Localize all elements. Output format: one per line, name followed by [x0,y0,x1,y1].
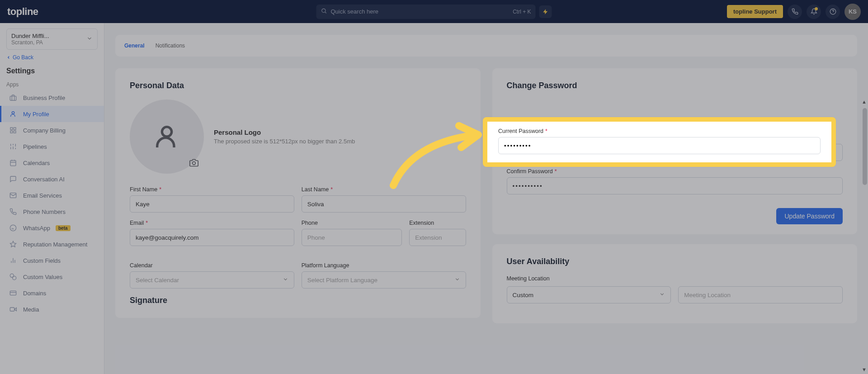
chevron-down-icon [86,35,93,43]
sidebar-item-conversation-ai[interactable]: Conversation AI [0,171,104,187]
extension-input[interactable] [409,229,466,246]
go-back-link[interactable]: Go Back [6,54,98,61]
global-search[interactable]: Quick search here Ctrl + K [316,5,536,19]
notifications-button[interactable] [807,5,821,19]
svg-marker-22 [10,241,16,247]
camera-icon[interactable] [189,158,198,169]
personal-logo-hint: The proposed size is 512*512px no bigger… [214,138,355,145]
sidebar-item-custom-values[interactable]: Custom Values [0,269,104,285]
notification-dot-icon [815,7,818,10]
org-selector[interactable]: Dunder Miffli... Scranton, PA [6,28,98,50]
sidebar-item-email-services[interactable]: Email Services [0,187,104,204]
svg-point-0 [322,9,326,12]
last-name-label: Last Name* [302,186,466,193]
sidebar-item-calendars[interactable]: Calendars [0,155,104,171]
app-logo: topline [7,6,38,18]
chat-icon [9,175,18,183]
user-avatar[interactable]: KS [844,4,861,20]
sidebar-item-label: Business Profile [23,95,65,101]
star-icon [9,241,18,248]
svg-rect-30 [10,308,14,311]
svg-rect-6 [10,128,13,130]
svg-rect-7 [14,128,16,130]
sidebar-item-whatsapp[interactable]: WhatsAppbeta [0,220,104,236]
sidebar-item-media[interactable]: Media [0,301,104,317]
personal-logo-avatar[interactable] [130,99,204,174]
chevron-down-icon [283,276,288,284]
svg-rect-28 [10,291,16,295]
search-icon [321,8,327,15]
sidebar-item-my-profile[interactable]: My Profile [0,106,104,122]
scroll-down-icon[interactable]: ▼ [862,367,868,373]
sidebar-item-label: Pipelines [23,143,47,150]
org-location: Scranton, PA [11,39,49,46]
calendar-select[interactable]: Select Calendar [130,271,294,289]
phone-input[interactable] [302,229,402,246]
tab-general[interactable]: General [124,40,145,52]
sidebar-item-label: Company Billing [23,127,66,134]
sidebar-item-label: My Profile [23,111,49,118]
chevron-down-icon [659,291,665,298]
meeting-location-label: Meeting Location [507,275,843,282]
video-icon [9,306,18,313]
chart-icon [9,257,18,264]
support-button[interactable]: topline Support [727,5,783,18]
search-placeholder: Quick search here [331,8,379,15]
scrollbar-thumb[interactable] [863,108,867,185]
svg-point-21 [10,225,16,231]
current-password-label: Current Password* [498,128,821,134]
calendar-icon [9,159,18,166]
sidebar-item-reputation-management[interactable]: Reputation Management [0,236,104,252]
sidebar-item-label: Custom Fields [23,257,61,264]
current-password-input[interactable] [498,137,821,154]
scroll-up-icon[interactable]: ▲ [862,99,868,105]
sidebar-item-pipelines[interactable]: Pipelines [0,138,104,155]
sidebar-item-label: WhatsApp [23,225,50,232]
email-label: Email* [130,220,294,226]
email-input[interactable] [130,229,294,246]
phone-icon [9,208,18,215]
svg-marker-31 [14,308,17,311]
sidebar-item-business-profile[interactable]: Business Profile [0,90,104,106]
svg-line-1 [325,12,326,14]
settings-heading: Settings [0,67,104,80]
bolt-button[interactable] [539,5,552,18]
sidebar-item-label: Phone Numbers [23,208,66,215]
card-icon [9,289,18,297]
tab-notifications[interactable]: Notifications [156,40,185,52]
sidebar-item-company-billing[interactable]: Company Billing [0,122,104,138]
meeting-location-input[interactable] [678,286,843,303]
sidebar-item-label: Custom Values [23,274,62,280]
meeting-location-type-select[interactable]: Custom [507,286,671,303]
phone-label: Phone [302,220,402,226]
svg-point-33 [193,162,196,165]
extension-label: Extension [409,220,466,226]
update-password-button[interactable]: Update Password [776,208,843,224]
phone-button[interactable] [788,5,802,19]
svg-point-27 [13,276,16,280]
annotation-highlight: Current Password* [483,117,836,167]
coins-icon [9,273,18,280]
sidebar-item-label: Calendars [23,160,50,166]
first-name-input[interactable] [130,195,294,213]
sidebar-item-label: Email Services [23,192,62,199]
briefcase-icon [9,94,18,101]
help-button[interactable] [826,5,840,19]
svg-point-5 [12,112,14,114]
svg-rect-16 [10,161,16,166]
user-icon [152,122,181,151]
org-name: Dunder Miffli... [11,33,49,39]
confirm-password-label: Confirm Password* [507,168,843,175]
confirm-password-input[interactable] [507,177,843,194]
sidebar-item-custom-fields[interactable]: Custom Fields [0,252,104,269]
platform-language-select[interactable]: Select Platform Language [302,271,466,289]
calendar-label: Calendar [130,262,294,269]
sidebar-item-phone-numbers[interactable]: Phone Numbers [0,204,104,220]
sidebar-item-domains[interactable]: Domains [0,285,104,301]
svg-rect-9 [10,131,13,133]
sidebar-item-label: Domains [23,290,46,297]
mail-icon [9,192,18,199]
last-name-input[interactable] [302,195,466,213]
chevron-down-icon [454,276,460,284]
svg-rect-4 [10,96,16,100]
